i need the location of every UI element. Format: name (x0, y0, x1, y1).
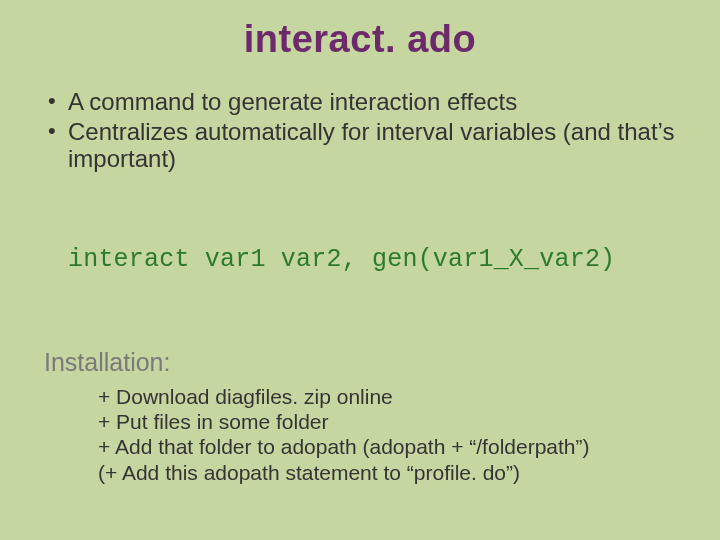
bullet-item: Centralizes automatically for interval v… (44, 118, 676, 173)
slide-title: interact. ado (0, 18, 720, 61)
install-step: + Put files in some folder (98, 409, 590, 434)
installation-steps: + Download diagfiles. zip online + Put f… (98, 384, 590, 485)
installation-label: Installation: (44, 348, 170, 377)
code-line: interact var1 var2, gen(var1_X_var2) (68, 245, 615, 274)
install-step: + Add that folder to adopath (adopath + … (98, 434, 590, 459)
install-step: + Download diagfiles. zip online (98, 384, 590, 409)
bullet-item: A command to generate interaction effect… (44, 88, 676, 116)
install-step: (+ Add this adopath statement to “profil… (98, 460, 590, 485)
slide: interact. ado A command to generate inte… (0, 0, 720, 540)
bullet-list: A command to generate interaction effect… (44, 88, 676, 175)
